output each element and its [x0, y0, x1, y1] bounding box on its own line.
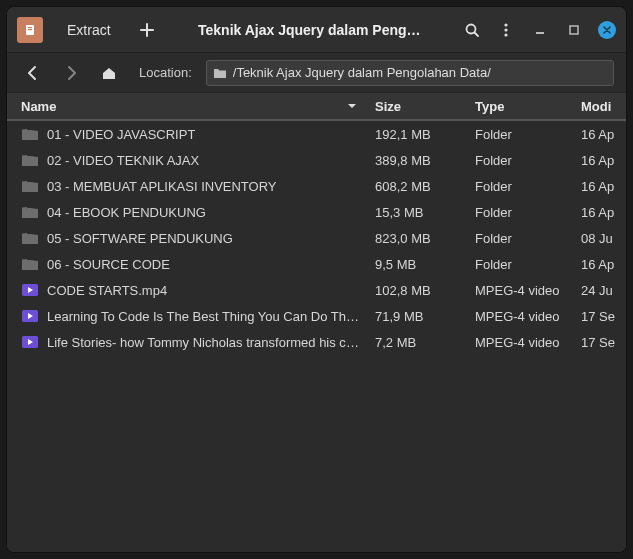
nav-toolbar: Location:	[7, 53, 626, 93]
column-header-modified[interactable]: Modi	[573, 93, 626, 119]
video-icon	[21, 335, 39, 349]
file-size: 7,2 MB	[367, 335, 467, 350]
svg-line-4	[475, 32, 479, 36]
folder-icon	[213, 67, 227, 79]
file-name: 06 - SOURCE CODE	[47, 257, 170, 272]
file-type: MPEG-4 video	[467, 283, 573, 298]
file-size: 389,8 MB	[367, 153, 467, 168]
app-icon	[17, 17, 43, 43]
video-icon	[21, 283, 39, 297]
folder-icon	[21, 231, 39, 245]
archive-manager-window: Extract Teknik Ajax Jquery dalam Peng…	[6, 6, 627, 553]
file-size: 71,9 MB	[367, 309, 467, 324]
video-icon	[21, 309, 39, 323]
forward-button[interactable]	[57, 59, 85, 87]
file-type: Folder	[467, 153, 573, 168]
file-modified: 16 Ap	[573, 205, 626, 220]
file-size: 9,5 MB	[367, 257, 467, 272]
maximize-button[interactable]	[558, 14, 590, 46]
file-name: Life Stories- how Tommy Nicholas transfo…	[47, 335, 359, 350]
file-list: 01 - VIDEO JAVASCRIPT192,1 MBFolder16 Ap…	[7, 121, 626, 552]
titlebar: Extract Teknik Ajax Jquery dalam Peng…	[7, 7, 626, 53]
file-modified: 24 Ju	[573, 283, 626, 298]
file-name: 02 - VIDEO TEKNIK AJAX	[47, 153, 199, 168]
sort-desc-icon	[347, 101, 357, 111]
file-size: 15,3 MB	[367, 205, 467, 220]
file-type: Folder	[467, 127, 573, 142]
file-modified: 16 Ap	[573, 153, 626, 168]
file-name: 01 - VIDEO JAVASCRIPT	[47, 127, 195, 142]
file-name: Learning To Code Is The Best Thing You C…	[47, 309, 359, 324]
location-field-wrap[interactable]	[206, 60, 614, 86]
table-row[interactable]: 05 - SOFTWARE PENDUKUNG823,0 MBFolder08 …	[7, 225, 626, 251]
column-header-type[interactable]: Type	[467, 93, 573, 119]
svg-point-7	[504, 33, 507, 36]
folder-icon	[21, 127, 39, 141]
folder-icon	[21, 205, 39, 219]
table-row[interactable]: 04 - EBOOK PENDUKUNG15,3 MBFolder16 Ap	[7, 199, 626, 225]
minimize-button[interactable]	[524, 14, 556, 46]
file-name: 05 - SOFTWARE PENDUKUNG	[47, 231, 233, 246]
add-files-button[interactable]	[131, 14, 163, 46]
menu-button[interactable]	[490, 14, 522, 46]
extract-button[interactable]: Extract	[55, 14, 123, 46]
file-size: 823,0 MB	[367, 231, 467, 246]
close-button[interactable]	[598, 21, 616, 39]
file-modified: 08 Ju	[573, 231, 626, 246]
file-type: Folder	[467, 257, 573, 272]
table-row[interactable]: 01 - VIDEO JAVASCRIPT192,1 MBFolder16 Ap	[7, 121, 626, 147]
file-type: MPEG-4 video	[467, 309, 573, 324]
svg-rect-2	[28, 29, 32, 30]
file-size: 608,2 MB	[367, 179, 467, 194]
folder-icon	[21, 153, 39, 167]
back-button[interactable]	[19, 59, 47, 87]
table-row[interactable]: 02 - VIDEO TEKNIK AJAX389,8 MBFolder16 A…	[7, 147, 626, 173]
folder-icon	[21, 179, 39, 193]
search-button[interactable]	[456, 14, 488, 46]
location-input[interactable]	[233, 65, 607, 80]
table-row[interactable]: CODE STARTS.mp4102,8 MBMPEG-4 video24 Ju	[7, 277, 626, 303]
titlebar-right	[456, 14, 616, 46]
file-type: Folder	[467, 231, 573, 246]
table-row[interactable]: 06 - SOURCE CODE9,5 MBFolder16 Ap	[7, 251, 626, 277]
svg-point-6	[504, 28, 507, 31]
table-header: Name Size Type Modi	[7, 93, 626, 121]
file-size: 102,8 MB	[367, 283, 467, 298]
file-name: 03 - MEMBUAT APLIKASI INVENTORY	[47, 179, 277, 194]
svg-rect-9	[570, 26, 578, 34]
svg-point-5	[504, 23, 507, 26]
file-modified: 17 Se	[573, 335, 626, 350]
folder-icon	[21, 257, 39, 271]
file-modified: 16 Ap	[573, 127, 626, 142]
file-type: Folder	[467, 179, 573, 194]
file-modified: 17 Se	[573, 309, 626, 324]
file-type: MPEG-4 video	[467, 335, 573, 350]
table-row[interactable]: Learning To Code Is The Best Thing You C…	[7, 303, 626, 329]
svg-rect-1	[28, 27, 32, 28]
file-name: CODE STARTS.mp4	[47, 283, 167, 298]
column-header-name[interactable]: Name	[7, 93, 367, 119]
location-label: Location:	[139, 65, 192, 80]
file-name: 04 - EBOOK PENDUKUNG	[47, 205, 206, 220]
file-type: Folder	[467, 205, 573, 220]
file-size: 192,1 MB	[367, 127, 467, 142]
home-button[interactable]	[95, 59, 123, 87]
file-modified: 16 Ap	[573, 257, 626, 272]
column-header-size[interactable]: Size	[367, 93, 467, 119]
column-header-name-label: Name	[21, 99, 56, 114]
file-modified: 16 Ap	[573, 179, 626, 194]
table-row[interactable]: 03 - MEMBUAT APLIKASI INVENTORY608,2 MBF…	[7, 173, 626, 199]
table-row[interactable]: Life Stories- how Tommy Nicholas transfo…	[7, 329, 626, 355]
window-title: Teknik Ajax Jquery dalam Peng…	[171, 22, 448, 38]
